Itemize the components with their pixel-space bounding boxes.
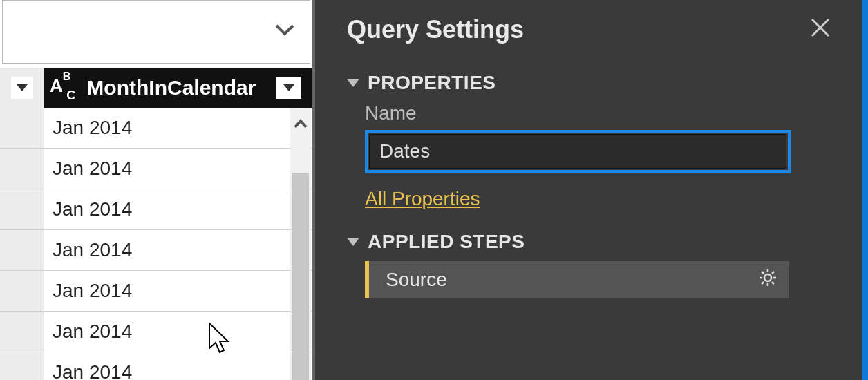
- chevron-down-icon[interactable]: [275, 24, 294, 39]
- table-row[interactable]: Jan 2014: [0, 312, 312, 352]
- collapse-icon: [347, 79, 359, 87]
- cell: Jan 2014: [44, 158, 312, 180]
- vertical-scrollbar[interactable]: [290, 108, 311, 380]
- cell: Jan 2014: [44, 239, 312, 261]
- table-row[interactable]: Jan 2014: [0, 149, 312, 189]
- column-filter-button[interactable]: [276, 77, 301, 99]
- cell: Jan 2014: [44, 117, 312, 139]
- applied-steps-section: APPLIED STEPS Source: [347, 231, 831, 298]
- column-header-label: MonthInCalendar: [86, 76, 256, 99]
- properties-header[interactable]: PROPERTIES: [347, 72, 831, 94]
- svg-line-9: [772, 272, 774, 274]
- table-body: Jan 2014 Jan 2014 Jan 2014 Jan 2014 Jan …: [0, 108, 312, 380]
- row-handle[interactable]: [0, 312, 44, 352]
- column-header[interactable]: ABC MonthInCalendar: [44, 75, 276, 99]
- query-name-input[interactable]: [369, 134, 786, 169]
- section-label: PROPERTIES: [368, 72, 496, 94]
- cell: Jan 2014: [44, 361, 312, 380]
- row-handle[interactable]: [0, 271, 44, 311]
- applied-step-item[interactable]: Source: [365, 261, 789, 298]
- row-handle[interactable]: [0, 230, 44, 270]
- close-button[interactable]: [810, 17, 831, 44]
- svg-point-2: [764, 274, 771, 281]
- applied-steps-header[interactable]: APPLIED STEPS: [347, 231, 831, 253]
- text-type-icon: ABC: [50, 75, 79, 99]
- scroll-up-icon[interactable]: [294, 108, 308, 140]
- row-handle[interactable]: [0, 189, 44, 229]
- svg-line-8: [772, 282, 774, 284]
- row-handle[interactable]: [0, 108, 44, 148]
- cell: Jan 2014: [44, 321, 312, 343]
- query-settings-pane: Query Settings PROPERTIES Name All Prope…: [315, 0, 868, 380]
- gear-icon[interactable]: [759, 269, 777, 292]
- step-label: Source: [386, 269, 447, 291]
- table-row[interactable]: Jan 2014: [0, 189, 312, 230]
- row-handle[interactable]: [0, 352, 44, 380]
- chevron-down-icon: [17, 84, 28, 91]
- collapse-icon: [347, 238, 359, 246]
- data-preview-pane: ABC MonthInCalendar Jan 2014 Jan 2014 Ja…: [0, 0, 315, 380]
- table-row[interactable]: Jan 2014: [0, 108, 312, 149]
- name-input-focus-ring: [365, 130, 791, 173]
- table-row[interactable]: Jan 2014: [0, 271, 312, 312]
- table-row[interactable]: Jan 2014: [0, 230, 312, 271]
- name-label: Name: [365, 102, 831, 124]
- pane-title: Query Settings: [347, 15, 524, 44]
- cell: Jan 2014: [44, 280, 312, 302]
- column-header-row: ABC MonthInCalendar: [0, 68, 312, 108]
- svg-line-10: [762, 282, 764, 284]
- table-row[interactable]: Jan 2014: [0, 352, 312, 380]
- all-properties-link[interactable]: All Properties: [365, 188, 480, 210]
- row-handle[interactable]: [0, 149, 44, 189]
- scroll-thumb[interactable]: [292, 173, 309, 380]
- chevron-down-icon: [283, 84, 294, 91]
- formula-bar[interactable]: [2, 0, 310, 64]
- properties-section: PROPERTIES Name All Properties: [347, 72, 831, 210]
- svg-line-7: [762, 272, 764, 274]
- previous-column-filter[interactable]: [0, 68, 44, 108]
- section-label: APPLIED STEPS: [368, 231, 525, 253]
- cell: Jan 2014: [44, 198, 312, 220]
